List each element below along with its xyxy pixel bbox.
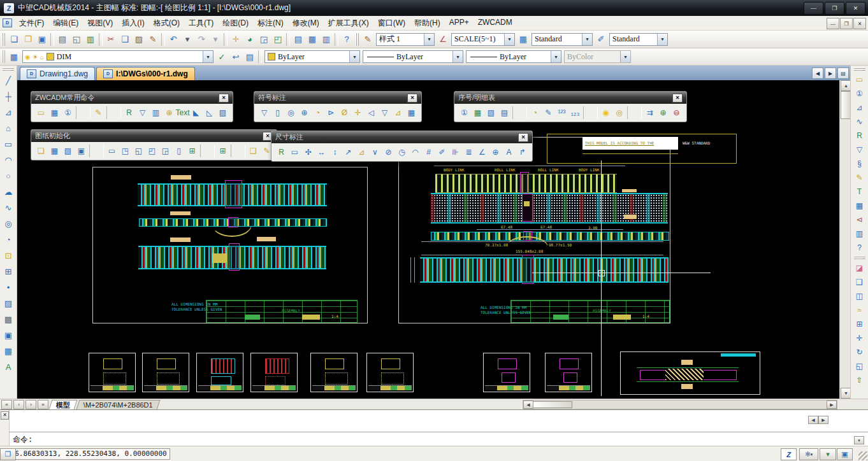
add-balloon-icon[interactable]: ⊕ [656,106,670,119]
menu-item[interactable]: 修改(M) [288,17,324,30]
last-layout-button[interactable]: » [38,400,48,409]
resize-grip[interactable] [858,451,867,460]
section-view-icon[interactable]: § [852,157,867,170]
roughness-icon[interactable]: ▽ [852,143,867,156]
bom-table-up-icon[interactable]: ▤ [498,106,511,119]
toolbar-grip[interactable] [854,67,865,71]
surface-roughness-icon[interactable]: ▽ [136,106,149,119]
title-block-icon[interactable]: ▦ [48,106,61,119]
menu-item[interactable]: 窗口(W) [373,17,410,30]
dim-style-combo[interactable]: Standard ▼ [532,33,593,46]
mdi-close-button[interactable]: ✕ [853,18,866,29]
sequence-123b-icon[interactable]: ₁₂₃ [568,106,582,119]
arrow-dim-icon[interactable]: ∨ [368,146,382,159]
dropdown-arrow-icon[interactable]: ▼ [203,51,213,62]
make-object-layer-current-icon[interactable]: ✓ [215,50,229,64]
bom-table-edit-icon[interactable]: ▧ [484,106,498,119]
border-a-icon[interactable]: ▭ [105,145,119,157]
dim-scale-icon[interactable]: ∠ [436,32,450,46]
layer-on-icon[interactable]: ◉ [25,53,31,60]
layer-properties-icon[interactable]: ▦ [7,50,21,64]
palette-title-bar[interactable]: 尺寸标注 ✕ [271,131,532,143]
command-window[interactable]: ✕ 正在初始化 VBA 系统...命令: '_.zoom _e ◀ ▶ 命令: … [0,409,868,446]
close-icon[interactable]: ✕ [219,94,229,103]
chamfer-dim-icon[interactable]: ◣ [189,106,203,119]
doc-tab-scroll-left-button[interactable]: ◀ [812,67,823,79]
dropdown-arrow-icon[interactable]: ▼ [424,34,434,45]
dropdown-arrow-icon[interactable]: ▼ [551,51,561,62]
redo-dropdown-icon[interactable]: ▾ [208,32,222,46]
dim-scale-combo[interactable]: SCALE(5~1) ▼ [451,33,515,46]
toolbar-grip[interactable] [356,33,359,46]
spline-icon[interactable]: ∿ [1,200,16,215]
properties-palette-icon[interactable]: ▤ [291,32,305,46]
dropdown-arrow-icon[interactable]: ▼ [452,51,463,62]
border-c-icon[interactable]: ◱ [132,145,145,157]
menu-item[interactable]: 插入(I) [117,17,148,30]
close-icon[interactable]: ✕ [518,133,528,142]
bulb-on-icon[interactable]: ◉ [599,106,612,119]
scrollbar-thumb[interactable] [533,401,572,408]
menu-item[interactable]: 帮助(H) [410,17,445,30]
save-icon[interactable]: ▣ [35,32,49,46]
toolbar-grip[interactable] [2,33,5,46]
polyline-icon[interactable]: ⊿ [1,104,16,120]
zoom-window-icon[interactable]: ◲ [257,32,271,46]
gear-menu-button[interactable]: ✱▾ [799,448,818,460]
radius-dim-icon[interactable]: R [852,129,867,142]
menu-item[interactable]: 编辑(E) [48,17,83,30]
dropdown-arrow-icon[interactable]: ▼ [582,34,592,45]
edit-brush-icon[interactable]: ✎ [92,106,105,119]
construction-line-icon[interactable]: ┼ [1,89,16,104]
stretch-icon[interactable]: ⇧ [852,373,867,387]
gradient-icon[interactable]: ▩ [1,311,16,327]
insert-block-icon[interactable]: ⊡ [1,248,16,263]
region-icon[interactable]: ▣ [1,327,16,343]
leader-tolerance-icon[interactable]: ↱ [516,146,529,159]
print-icon[interactable]: ▤ [55,32,69,46]
menu-item[interactable]: 视图(V) [83,17,117,30]
sheet-frame-icon[interactable]: ▭ [852,73,867,86]
balloon-zoom-icon[interactable]: ◔ [528,106,542,119]
leader-text-icon[interactable]: A [502,146,516,159]
cut-icon[interactable]: ✂ [104,32,118,46]
palette-title-bar[interactable]: ZWCADM常用命令 ✕ [31,92,233,104]
help-icon[interactable]: ? [340,32,354,46]
copy-object-icon[interactable]: ❑ [852,275,867,288]
linetype-combo[interactable]: ByLayer ▼ [363,50,463,63]
dropdown-arrow-icon[interactable]: ▼ [657,34,667,45]
make-block-icon[interactable]: ⊞ [1,264,16,279]
ordinate-dim-icon[interactable]: ⊿ [355,146,368,159]
datum-target-icon[interactable]: ⊕ [298,106,311,119]
layer-states-icon[interactable]: ▤ [243,50,257,64]
renumber-icon[interactable]: ⇉ [643,106,656,119]
erase-icon[interactable]: ◪ [852,261,867,274]
command-input[interactable]: 命令: [13,434,33,445]
match-properties-icon[interactable]: ✎ [146,32,160,46]
doc-list-button[interactable]: ▤ [837,67,849,79]
view-balloon-icon[interactable]: ① [61,106,75,119]
dropdown-arrow-icon[interactable]: ▼ [349,51,359,62]
array-icon[interactable]: ⊞ [852,317,867,330]
cell-grid-icon[interactable]: ▦ [405,106,418,119]
arc-length-dim-icon[interactable]: ◠ [409,146,422,159]
palette-title-bar[interactable]: 符号标注 ✕ [254,92,421,104]
menu-item[interactable]: 绘图(D) [218,17,253,30]
text-style-combo[interactable]: 样式 1 ▼ [376,33,435,46]
toolbar-grip[interactable] [3,67,14,71]
drawing-frame-icon[interactable]: ▭ [34,106,48,119]
maximize-button[interactable]: ❐ [825,2,844,15]
hatch-icon[interactable]: ▨ [1,295,16,311]
frame-dim-icon[interactable]: ▭ [288,146,301,159]
ellipse-icon[interactable]: ◎ [1,216,16,231]
layer-freeze-icon[interactable]: ☀ [33,53,38,60]
remove-balloon-icon[interactable]: ⊖ [670,106,683,119]
circle-mark-icon[interactable]: ◎ [284,106,298,119]
datum-flag-icon[interactable]: ⊿ [391,106,405,119]
command-divider[interactable] [9,432,868,432]
linear-dim-icon[interactable]: ↔ [315,146,328,159]
revision-cloud-icon[interactable]: ☁ [1,184,16,199]
close-button[interactable]: ✕ [846,2,865,15]
new-sheet-icon[interactable]: ❏ [34,145,48,157]
hatch-lines-icon[interactable]: ▨ [216,106,229,119]
